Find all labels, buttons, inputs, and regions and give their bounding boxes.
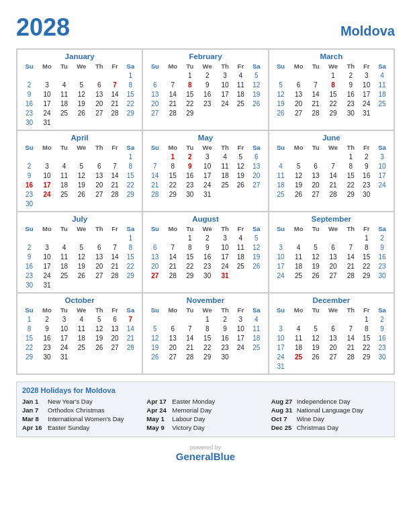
day-cell: 30 [21,280,38,290]
weekday-header-we: We [72,62,91,71]
day-cell: 23 [217,343,233,352]
day-cell [38,233,56,242]
holiday-name: International Women's Day [48,415,124,423]
holiday-item: Aug 31National Language Day [271,406,389,414]
day-cell: 24 [233,343,248,352]
day-cell: 31 [38,280,56,290]
day-cell: 10 [374,161,390,171]
day-cell: 2 [374,314,390,324]
day-cell: 5 [233,152,248,161]
day-cell: 8 [122,80,138,89]
day-cell: 6 [146,242,163,252]
day-cell: 3 [38,80,56,89]
day-cell: 28 [163,271,182,280]
day-cell: 18 [273,180,289,189]
day-cell: 12 [233,161,248,171]
holiday-name: Victory Day [172,424,204,431]
holiday-item: Jan 7Orthodox Christmas [22,406,140,414]
month-table-april: SuMoTuWeThFrSa12345678910111213141516171… [21,143,138,208]
day-cell: 18 [233,252,248,261]
day-cell: 7 [163,242,182,252]
day-cell: 13 [146,252,163,261]
weekday-header-th: Th [217,62,233,71]
day-cell: 17 [273,343,289,352]
day-cell: 25 [233,261,248,271]
day-cell: 11 [289,333,308,343]
day-cell: 18 [289,343,308,352]
weekday-header-fr: Fr [233,306,248,314]
weekday-header-sa: Sa [248,224,265,233]
day-cell: 27 [91,271,107,280]
month-title-july: July [21,215,138,223]
weekday-header-we: We [197,143,217,152]
powered-by: powered by [16,444,395,451]
day-cell [248,189,265,199]
day-cell: 3 [217,71,233,80]
holiday-name: Orthodox Christmas [48,406,104,414]
day-cell: 9 [21,171,38,180]
day-cell: 3 [197,152,217,161]
day-cell [342,314,359,324]
day-cell: 7 [163,80,182,89]
day-cell: 2 [21,242,38,252]
day-cell: 12 [273,89,289,99]
month-title-october: October [21,296,138,304]
day-cell [289,233,308,242]
day-cell: 25 [56,189,72,199]
day-cell: 27 [324,352,343,361]
weekday-header-su: Su [273,306,289,314]
day-cell: 7 [107,242,123,252]
day-cell: 16 [197,89,217,99]
weekday-header-mo: Mo [289,224,308,233]
weekday-header-we: We [197,306,217,314]
day-cell: 10 [359,80,374,89]
day-cell: 22 [182,99,197,108]
month-block-january: JanuarySuMoTuWeThFrSa1234567891011121314… [17,49,142,130]
day-cell: 26 [308,352,324,361]
day-cell: 2 [197,71,217,80]
day-cell [146,152,163,161]
day-cell: 4 [233,71,248,80]
day-cell: 10 [38,252,56,261]
day-cell: 17 [38,261,56,271]
day-cell: 17 [217,252,233,261]
day-cell: 12 [248,242,265,252]
day-cell: 8 [21,324,38,333]
day-cell: 5 [72,80,91,89]
day-cell: 13 [107,324,123,333]
day-cell: 28 [308,108,324,118]
weekday-header-tu: Tu [182,143,197,152]
day-cell: 17 [38,180,56,189]
day-cell: 11 [72,324,91,333]
day-cell: 22 [122,99,138,108]
weekday-header-su: Su [21,62,38,71]
day-cell: 13 [289,89,308,99]
day-cell [289,71,308,80]
day-cell: 30 [374,352,390,361]
header: 2028 Moldova [16,13,395,42]
day-cell: 29 [122,108,138,118]
day-cell: 30 [359,189,374,199]
day-cell [233,271,248,280]
day-cell: 12 [248,80,265,89]
day-cell: 20 [163,343,182,352]
day-cell: 4 [289,324,308,333]
holiday-item: Apr 17Easter Monday [146,398,264,405]
day-cell: 23 [342,99,359,108]
holiday-item: Apr 16Easter Sunday [22,424,140,431]
month-table-july: SuMoTuWeThFrSa12345678910111213141516171… [21,224,138,290]
day-cell [233,352,248,361]
day-cell: 11 [233,242,248,252]
month-title-may: May [146,134,264,142]
weekday-header-tu: Tu [308,224,324,233]
weekday-header-we: We [197,62,217,71]
day-cell: 8 [197,324,217,333]
month-table-august: SuMoTuWeThFrSa12345678910111213141516171… [146,224,264,280]
day-cell: 26 [72,271,91,280]
weekday-header-sa: Sa [374,306,390,314]
month-table-may: SuMoTuWeThFrSa12345678910111213141516171… [146,143,264,199]
day-cell: 21 [107,261,123,271]
day-cell: 7 [308,80,324,89]
weekday-header-th: Th [342,62,359,71]
day-cell [72,152,91,161]
